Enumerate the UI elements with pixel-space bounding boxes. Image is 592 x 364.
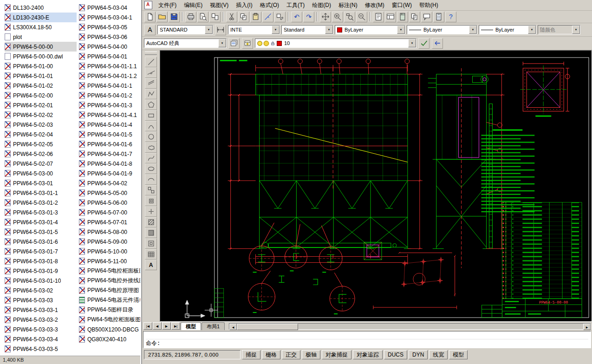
file-item[interactable]: PPW64-5-03-01-5 — [5, 227, 77, 237]
file-item[interactable]: PPW64-5电控原理图 — [79, 286, 140, 295]
file-item[interactable]: PPW64-5-03-04-1 — [79, 13, 140, 22]
layer-previous-icon[interactable] — [432, 38, 443, 49]
file-item[interactable]: PPW64-5-11-00 — [79, 256, 140, 266]
file-item[interactable]: PPW64-5-03-01-4 — [5, 217, 77, 227]
circle-icon[interactable] — [145, 131, 157, 142]
file-item[interactable]: PPW64-5-07-01 — [79, 217, 140, 227]
zoom-window-icon[interactable] — [344, 12, 355, 22]
paste-icon[interactable] — [250, 12, 261, 22]
layer-unlock-icon[interactable] — [270, 41, 275, 46]
insert-block-icon[interactable] — [145, 185, 157, 195]
designcenter-icon[interactable] — [385, 12, 396, 22]
toggle-otrack[interactable]: 对象追踪 — [353, 350, 383, 359]
construction-line-icon[interactable] — [145, 67, 157, 78]
file-item[interactable]: PW64-5电控柜面板图A — [79, 315, 140, 325]
first-tab-icon[interactable]: |◀ — [143, 322, 152, 330]
file-item[interactable]: PPW64-5-03-03-3 — [5, 325, 77, 334]
menu-m[interactable]: 修改(M) — [361, 0, 388, 10]
file-item[interactable]: PPW64-5-03-03 — [5, 295, 77, 305]
tab-layout1[interactable]: 布局1 — [202, 322, 225, 330]
drawing-area[interactable]: PPW64-5-00-00 — [160, 50, 592, 322]
file-item[interactable]: PPW64-5-00-00.dwl — [5, 52, 77, 61]
file-item[interactable]: PPW64-5-03-01-10 — [5, 276, 77, 286]
arc-icon[interactable] — [145, 121, 157, 131]
file-item[interactable]: PPW64-5-04-01-3 — [79, 100, 140, 110]
tab-model[interactable]: 模型 — [181, 322, 201, 330]
layer-select[interactable]: 10 — [255, 39, 416, 48]
block-editor-icon[interactable] — [274, 12, 286, 22]
undo-icon[interactable]: ↶ — [291, 12, 302, 22]
toolbar-grip[interactable] — [145, 52, 157, 55]
markup-set-manager-icon[interactable] — [421, 12, 432, 22]
qnew-icon[interactable] — [144, 12, 156, 22]
file-item[interactable]: PPW64-5-02-04 — [5, 130, 77, 139]
file-item[interactable]: plot — [5, 32, 77, 42]
dim-style-select[interactable]: INTE — [228, 25, 280, 34]
file-item[interactable]: LS300X4.18-50 — [5, 22, 77, 32]
publish-icon[interactable] — [209, 12, 221, 22]
multiline-text-icon[interactable]: A — [145, 260, 157, 270]
plot-preview-icon[interactable] — [197, 12, 208, 22]
file-item[interactable]: PPW64-5-02-00 — [5, 91, 77, 100]
ellipse-arc-icon[interactable] — [145, 174, 157, 185]
menu-d[interactable]: 绘图(D) — [308, 0, 335, 10]
region-icon[interactable] — [145, 238, 157, 249]
file-item[interactable]: PPW64-5-03-02 — [5, 286, 77, 295]
properties-icon[interactable] — [373, 12, 384, 22]
revision-cloud-icon[interactable] — [145, 142, 157, 153]
drawing-canvas[interactable]: PPW64-5-00-00 — [160, 51, 592, 321]
file-item[interactable]: PPW64-5-03-01 — [5, 178, 77, 188]
file-item[interactable]: PPW64-5-03-04 — [79, 3, 140, 13]
workspace-select[interactable]: AutoCAD 经典 — [144, 39, 227, 48]
file-item[interactable]: PPW64-5-04-01-4 — [79, 120, 140, 130]
file-item[interactable]: QB500X1200-DBCG — [79, 325, 140, 334]
toggle-ortho[interactable]: 正交 — [282, 350, 300, 359]
layer-thaw-icon[interactable] — [264, 41, 269, 46]
help-icon[interactable]: ? — [445, 12, 456, 22]
file-item[interactable]: PPW64-5-03-06 — [79, 32, 140, 42]
file-item[interactable]: PPW64-5-00-00 — [5, 42, 77, 52]
file-item[interactable]: PPW64-5-03-05 — [79, 22, 140, 32]
file-item[interactable]: PPW64-5-02-01 — [5, 100, 77, 110]
menu-w[interactable]: 窗口(W) — [388, 0, 416, 10]
previous-tab-icon[interactable]: ◀ — [153, 322, 162, 330]
zoom-previous-icon[interactable] — [356, 12, 367, 22]
zoom-realtime-icon[interactable] — [332, 12, 343, 22]
redo-icon[interactable]: ↷ — [303, 12, 314, 22]
open-icon[interactable] — [156, 12, 168, 22]
file-item[interactable]: PPW64-5-02-06 — [5, 149, 77, 159]
toggle-ducs[interactable]: DUCS — [384, 350, 407, 359]
menu-n[interactable]: 标注(N) — [335, 0, 361, 10]
point-icon[interactable] — [145, 206, 157, 217]
file-item[interactable]: PPW64-5-03-03-2 — [5, 315, 77, 325]
menu-h[interactable]: 帮助(H) — [416, 0, 442, 10]
file-item[interactable]: PPW64-5-03-01-3 — [5, 208, 77, 217]
file-item[interactable]: PPW64-5-01-02 — [5, 81, 77, 91]
lineweight-select[interactable]: ByLayer — [479, 25, 536, 34]
color-select[interactable]: ByLayer — [335, 25, 405, 34]
file-item[interactable]: PPW64-5-02-07 — [5, 159, 77, 169]
file-item[interactable]: PPW64-5电控柜面板图 — [79, 266, 140, 276]
file-item[interactable]: PPW64-5-03-03-5 — [5, 344, 77, 354]
file-item[interactable]: PPW64-5-04-01-1.2 — [79, 71, 140, 81]
file-item[interactable]: PPW64-5-01-00 — [5, 61, 77, 71]
gradient-icon[interactable] — [145, 228, 157, 238]
layer-on-icon[interactable] — [257, 41, 262, 46]
file-item[interactable]: DL130-2400 — [5, 3, 77, 13]
file-item[interactable]: PPW64-5-04-01-1 — [79, 81, 140, 91]
menu-t[interactable]: 工具(T) — [283, 0, 308, 10]
file-item[interactable]: PPW64-5-02-03 — [5, 120, 77, 130]
pan-icon[interactable] — [320, 12, 331, 22]
file-item[interactable]: PPW64-5-03-01-9 — [5, 266, 77, 276]
polyline-icon[interactable] — [145, 89, 157, 99]
file-item[interactable]: PPW64-5-04-01-2 — [79, 91, 140, 100]
plot-icon[interactable] — [185, 12, 196, 22]
make-block-icon[interactable] — [145, 195, 157, 206]
file-item[interactable]: PPW64-5-04-01-4.1 — [79, 110, 140, 120]
layer-states-icon[interactable] — [242, 38, 253, 49]
save-icon[interactable] — [169, 12, 180, 22]
linetype-select[interactable]: ByLayer — [407, 25, 477, 34]
copy-icon[interactable] — [238, 12, 249, 22]
toggle-polar[interactable]: 极轴 — [302, 350, 320, 359]
file-item[interactable]: PPW64-5-03-00 — [5, 169, 77, 178]
